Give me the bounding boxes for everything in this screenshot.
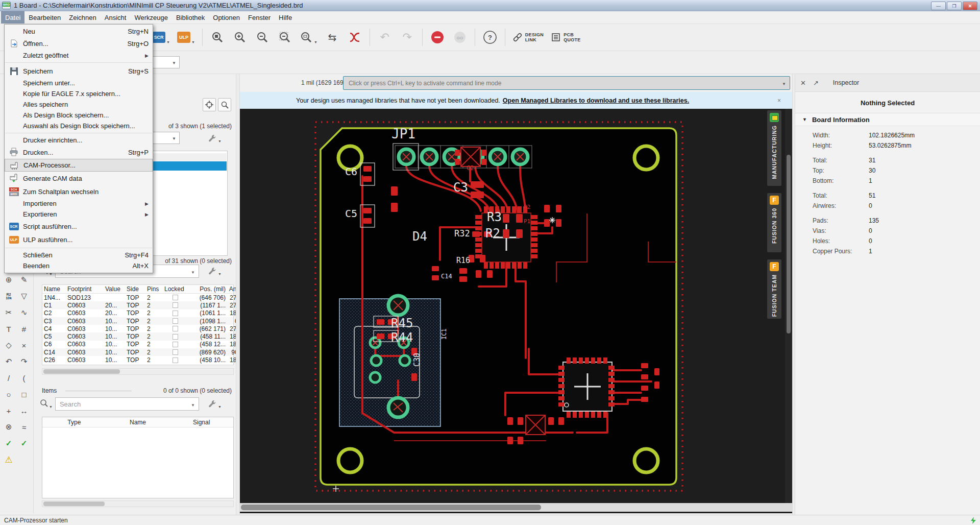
menu-bibliothek[interactable]: Bibliothek (172, 11, 209, 23)
tool-rect-icon[interactable]: □ (17, 387, 31, 401)
side-tab-fusion-360[interactable]: FFUSION 360 (767, 193, 781, 252)
menu-item-beenden[interactable]: BeendenAlt+X (5, 260, 153, 271)
menu-item-neu[interactable]: NeuStrg+N (5, 26, 153, 37)
help-button[interactable]: ? (482, 29, 498, 46)
run-ulp-button[interactable]: ULP▼ (177, 29, 195, 46)
menu-werkzeuge[interactable]: Werkzeuge (130, 11, 172, 23)
menu-item-exportieren[interactable]: Exportieren▶ (5, 209, 153, 220)
popout-icon[interactable]: ↗ (813, 79, 819, 87)
items-column-name[interactable]: Name (106, 419, 170, 426)
menu-item-zuletzt-geöffnet[interactable]: Zuletzt geöffnet▶ (5, 50, 153, 61)
column-header-ang[interactable]: Ang (227, 285, 236, 293)
tool-change-icon[interactable]: ✎ (17, 273, 31, 287)
menu-item-öffnen[interactable]: Öffnen...Strg+O (5, 37, 153, 50)
locked-checkbox[interactable] (173, 334, 178, 340)
table-row[interactable]: C4C060310...TOP2(662 171)270 (42, 325, 233, 332)
tool-signal-icon[interactable]: ≈ (17, 420, 31, 434)
tool-grid-icon[interactable]: # (17, 322, 31, 336)
locked-checkbox[interactable] (173, 311, 178, 316)
table-row[interactable]: C3C060310...TOP2(1098 1...0. (42, 317, 233, 325)
tool-undo-icon[interactable]: ↶ (2, 354, 16, 369)
menu-item-speichern[interactable]: SpeichernStrg+S (5, 64, 153, 78)
tool-dimension-icon[interactable]: ↔ (17, 403, 31, 418)
tool-errors-icon[interactable]: ⚠ (2, 452, 16, 467)
tool-redo-icon[interactable]: ↷ (17, 354, 31, 369)
menu-fenster[interactable]: Fenster (244, 11, 275, 23)
column-header-side[interactable]: Side (125, 285, 145, 293)
notification-link[interactable]: Open Managed Libraries to download and u… (503, 97, 689, 104)
items-table-hscrollbar[interactable] (42, 500, 234, 507)
notification-close-icon[interactable]: × (777, 97, 781, 104)
tool-text-icon[interactable]: T (2, 322, 16, 336)
items-search-input[interactable]: Search▼ (55, 397, 199, 411)
pcb-board-canvas[interactable]: JP1C6C5C3C2D4R32R3R2P2P1R16C14R45R44C30I… (240, 109, 785, 503)
menu-optionen[interactable]: Optionen (209, 11, 244, 23)
board-information-section[interactable]: ▼ Board Information (795, 113, 980, 126)
mitre-button[interactable] (347, 29, 362, 46)
zoom-to-selected-button[interactable] (218, 98, 231, 111)
column-header-pos-mil[interactable]: Pos. (mil) (187, 285, 227, 293)
scrollbar-thumb[interactable] (241, 505, 541, 510)
menu-hilfe[interactable]: Hilfe (275, 11, 296, 23)
locked-checkbox[interactable] (173, 349, 178, 355)
side-tab-fusion-team[interactable]: FFUSION TEAM (767, 259, 781, 319)
tool-drc-icon[interactable]: ✓ (17, 436, 31, 450)
tool-circle-icon[interactable]: ○ (2, 387, 16, 401)
tool-value-icon[interactable]: R210k (2, 289, 16, 303)
stop-button[interactable] (430, 29, 445, 46)
maximize-button[interactable]: ❐ (947, 2, 962, 10)
zoom-select-button[interactable] (277, 29, 292, 46)
settings-wrench-button[interactable]: ▼ (207, 132, 222, 145)
scrollbar-thumb[interactable] (787, 155, 791, 333)
left-splitter[interactable] (236, 74, 240, 515)
locked-checkbox[interactable] (173, 342, 178, 347)
column-header-pins[interactable]: Pins (145, 285, 163, 293)
menu-item-speichern-unter[interactable]: Speichern unter... (5, 78, 153, 88)
undo-button[interactable]: ↶ (377, 29, 393, 46)
locked-checkbox[interactable] (173, 357, 178, 363)
menu-item-script-ausführen[interactable]: SCRScript ausführen... (5, 220, 153, 233)
redo-button[interactable]: ↷ (400, 29, 415, 46)
close-button[interactable]: ✕ (963, 2, 977, 10)
menu-item-drucker-einrichten[interactable]: Drucker einrichten... (5, 135, 153, 146)
tool-via-icon[interactable]: + (2, 403, 16, 418)
table-row[interactable]: C1C060320...TOP2(1167 1...270 (42, 301, 233, 309)
tool-arc-icon[interactable]: ( (17, 371, 31, 385)
items-settings-button[interactable]: ▼ (207, 397, 222, 411)
menu-item-als-design-block-speichern[interactable]: Als Design Block speichern... (5, 110, 153, 121)
menu-item-generate-cam-data[interactable]: Generate CAM data (5, 172, 153, 185)
menu-item-auswahl-als-design-block-speichern[interactable]: Auswahl als Design Block speichern... (5, 121, 153, 131)
menu-item-importieren[interactable]: Importieren▶ (5, 198, 153, 209)
tool-cut-icon[interactable]: ✂ (2, 305, 16, 320)
menu-ansicht[interactable]: Ansicht (101, 11, 131, 23)
components-settings-button[interactable]: ▼ (207, 265, 222, 278)
menu-bearbeiten[interactable]: Bearbeiten (24, 11, 65, 23)
menu-zeichnen[interactable]: Zeichnen (65, 11, 100, 23)
refresh-button[interactable]: ⇆ (325, 29, 340, 46)
table-row[interactable]: C14C060310...TOP2(869 620)90. (42, 348, 233, 356)
canvas-horizontal-scrollbar[interactable] (240, 503, 792, 512)
menu-item-alles-speichern[interactable]: Alles speichern (5, 99, 153, 110)
qfn-ic[interactable] (558, 357, 615, 418)
items-column-type[interactable]: Type (42, 419, 106, 426)
menu-item-drucken[interactable]: Drucken...Strg+P (5, 146, 153, 159)
tool-wire-icon[interactable]: / (2, 371, 16, 385)
tool-miter-icon[interactable]: ◇ (2, 338, 16, 352)
tool-smash-icon[interactable]: ▽ (17, 289, 31, 303)
locked-checkbox[interactable] (173, 326, 178, 331)
close-icon[interactable]: ✕ (800, 79, 806, 87)
column-header-name[interactable]: Name (42, 285, 66, 293)
column-header-footprint[interactable]: Footprint (66, 285, 104, 293)
design-link-button[interactable]: DESIGNLINK (512, 29, 544, 46)
locked-checkbox[interactable] (173, 302, 178, 308)
go-button[interactable]: GO (452, 29, 468, 46)
tool-meander-icon[interactable]: ∿ (17, 305, 31, 320)
zoom-redraw-button[interactable]: ▼ (300, 29, 317, 46)
zoom-out-button[interactable] (255, 29, 270, 46)
tool-erc-icon[interactable]: ✓ (2, 436, 16, 450)
components-table-hscrollbar[interactable] (42, 368, 234, 375)
table-row[interactable]: 1N4...SOD123TOP2(646 706)270 (42, 294, 233, 301)
minimize-button[interactable]: — (931, 2, 946, 10)
run-script-button[interactable]: SCR▼ (152, 29, 170, 46)
column-header-locked[interactable]: Locked (163, 285, 187, 293)
